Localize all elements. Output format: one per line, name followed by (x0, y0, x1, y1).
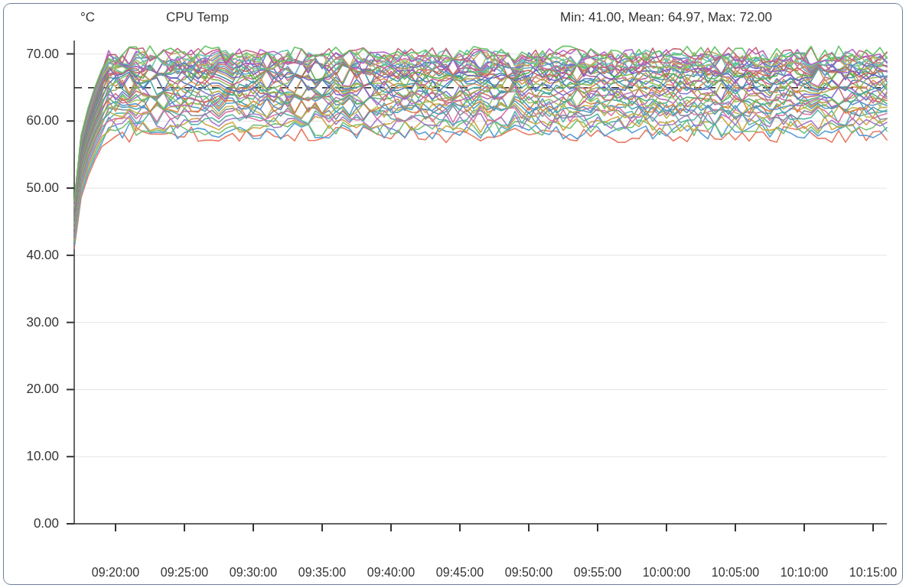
y-axis-unit: °C (80, 10, 95, 25)
y-tick-label: 40.00 (5, 248, 59, 263)
chart-stats: Min: 41.00, Mean: 64.97, Max: 72.00 (560, 10, 772, 25)
plot-svg (65, 33, 891, 553)
x-tick-label: 10:10:00 (781, 566, 828, 580)
y-tick-label: 20.00 (5, 382, 59, 397)
x-tick-label: 09:50:00 (505, 566, 552, 580)
x-tick-label: 09:25:00 (161, 566, 208, 580)
plot-area[interactable] (65, 33, 891, 553)
x-tick-label: 10:05:00 (712, 566, 759, 580)
x-tick-label: 09:20:00 (92, 566, 139, 580)
y-tick-label: 0.00 (5, 516, 59, 531)
x-tick-label: 10:00:00 (643, 566, 690, 580)
x-tick-label: 09:35:00 (298, 566, 346, 580)
y-tick-label: 70.00 (5, 47, 59, 62)
x-tick-label: 10:15:00 (849, 566, 897, 580)
x-tick-label: 09:55:00 (574, 566, 621, 580)
x-tick-label: 09:45:00 (436, 566, 484, 580)
y-tick-label: 10.00 (5, 449, 59, 464)
y-tick-label: 30.00 (5, 315, 59, 330)
chart-header: °C CPU Temp Min: 41.00, Mean: 64.97, Max… (4, 8, 902, 30)
chart-panel: °C CPU Temp Min: 41.00, Mean: 64.97, Max… (3, 3, 903, 585)
x-tick-label: 09:30:00 (230, 566, 277, 580)
y-tick-label: 60.00 (5, 113, 59, 128)
x-tick-label: 09:40:00 (367, 566, 415, 580)
chart-title: CPU Temp (166, 10, 229, 25)
y-tick-label: 50.00 (5, 180, 59, 196)
